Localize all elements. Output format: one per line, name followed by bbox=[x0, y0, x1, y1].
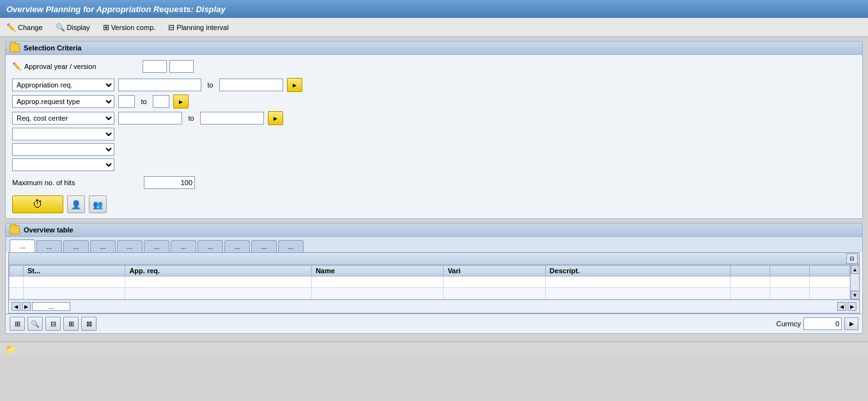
row-sel-1[interactable] bbox=[10, 276, 24, 288]
tab-6[interactable]: ... bbox=[171, 240, 196, 252]
row-vari-2 bbox=[444, 288, 545, 299]
overview-table-panel: Overview table ... ... ... ... ... ... .… bbox=[5, 223, 863, 334]
tab-9[interactable]: ... bbox=[251, 240, 277, 252]
tab-8[interactable]: ... bbox=[224, 240, 250, 252]
criteria-dropdown-1[interactable]: Appropriation req. bbox=[12, 79, 114, 91]
row-app-2 bbox=[125, 288, 312, 299]
scroll-left[interactable]: ◀ bbox=[12, 302, 20, 311]
approval-year-text: Approval year / version bbox=[24, 63, 97, 70]
row-name-2 bbox=[311, 288, 443, 299]
scroll-position-input[interactable] bbox=[32, 302, 70, 311]
toolbar: ✏️ Change 🔍 Display ⊞ Version comp. ⊟ Pl… bbox=[0, 18, 868, 37]
selection-criteria-panel: Selection Criteria ✏️ Approval year / ve… bbox=[5, 41, 863, 219]
scroll-down[interactable]: ▼ bbox=[851, 291, 860, 299]
criteria-to-1[interactable] bbox=[219, 79, 283, 91]
tab-4[interactable]: ... bbox=[117, 240, 143, 252]
main-content: Selection Criteria ✏️ Approval year / ve… bbox=[0, 37, 868, 342]
person-button[interactable]: 👤 bbox=[67, 195, 85, 213]
scroll-up[interactable]: ▲ bbox=[851, 265, 860, 274]
pencil-icon-small: ✏️ bbox=[12, 62, 22, 71]
tab-2[interactable]: ... bbox=[63, 240, 89, 252]
version-comp-icon: ⊞ bbox=[103, 23, 109, 32]
currency-nav-btn[interactable]: ▶ bbox=[844, 317, 858, 330]
tab-0[interactable]: ... bbox=[10, 239, 35, 252]
folder-icon bbox=[10, 43, 20, 52]
scroll-right-2[interactable]: ▶ bbox=[848, 302, 856, 311]
criteria-to-3[interactable] bbox=[200, 112, 264, 125]
criteria-dropdown-6[interactable] bbox=[12, 158, 114, 171]
tab-7[interactable]: ... bbox=[198, 240, 223, 252]
row-st-2 bbox=[24, 288, 125, 299]
tab-3[interactable]: ... bbox=[90, 240, 116, 252]
overview-table-title: Overview table bbox=[24, 226, 74, 234]
criteria-from-1[interactable] bbox=[118, 79, 201, 91]
criteria-row-3: Req. cost center to ► bbox=[12, 111, 856, 125]
col-checkbox bbox=[10, 266, 24, 276]
multi-person-icon: 👥 bbox=[93, 200, 103, 209]
footer-btn-3[interactable]: ⊟ bbox=[45, 317, 61, 331]
year-input[interactable] bbox=[143, 60, 167, 73]
nav-btn-3[interactable]: ► bbox=[268, 111, 283, 125]
nav-btn-2[interactable]: ► bbox=[173, 95, 189, 109]
version-comp-label: Version comp. bbox=[111, 24, 156, 31]
footer-btn-1[interactable]: ⊞ bbox=[10, 317, 25, 331]
table-row bbox=[10, 276, 850, 288]
horizontal-nav: ◀ ▶ ◀ ▶ bbox=[9, 299, 859, 313]
to-label-3: to bbox=[186, 114, 196, 122]
display-button[interactable]: 🔍 Display bbox=[53, 22, 93, 33]
footer-btn-5[interactable]: ⊠ bbox=[81, 317, 97, 331]
multi-person-button[interactable]: 👥 bbox=[89, 195, 107, 213]
tab-1[interactable]: ... bbox=[36, 240, 62, 252]
execute-button[interactable]: ⏱ bbox=[12, 195, 63, 213]
table-header-row: St... App. req. Name Vari Descript. bbox=[10, 266, 850, 276]
planning-interval-button[interactable]: ⊟ Planning interval bbox=[166, 22, 231, 33]
vertical-scrollbar: ▲ ▼ bbox=[850, 265, 859, 299]
currency-label: Currncy bbox=[776, 320, 801, 328]
execute-row: ⏱ 👤 👥 bbox=[12, 195, 856, 213]
col-7 bbox=[770, 266, 810, 276]
table-container: St... App. req. Name Vari Descript. bbox=[9, 265, 850, 299]
version-input[interactable] bbox=[169, 60, 194, 73]
criteria-dropdown-5[interactable] bbox=[12, 143, 114, 156]
table-scroll-area: St... App. req. Name Vari Descript. bbox=[9, 265, 859, 299]
overview-table-header: Overview table bbox=[6, 223, 862, 237]
change-label: Change bbox=[18, 24, 43, 31]
change-button[interactable]: ✏️ Change bbox=[4, 22, 45, 33]
criteria-dropdown-4[interactable] bbox=[12, 128, 114, 140]
to-label-2: to bbox=[139, 98, 149, 105]
planning-interval-label: Planning interval bbox=[176, 24, 228, 31]
row-desc-1 bbox=[545, 276, 730, 288]
criteria-from-3[interactable] bbox=[118, 112, 182, 125]
criteria-row-1: Appropriation req. to ► bbox=[12, 78, 856, 92]
criteria-row-5 bbox=[12, 143, 856, 156]
selection-criteria-header: Selection Criteria bbox=[6, 42, 862, 55]
criteria-row-4 bbox=[12, 128, 856, 140]
col-name: Name bbox=[311, 266, 443, 276]
scroll-left-2[interactable]: ◀ bbox=[837, 302, 846, 311]
selection-criteria-body: ✏️ Approval year / version Appropriation… bbox=[6, 55, 862, 218]
criteria-to-2b[interactable] bbox=[153, 95, 169, 108]
table-layout-icon[interactable]: ⊟ bbox=[846, 253, 858, 264]
scroll-right[interactable]: ▶ bbox=[22, 302, 31, 311]
row-st-1 bbox=[24, 276, 125, 288]
max-hits-input[interactable] bbox=[144, 176, 195, 189]
to-label-1: to bbox=[205, 81, 215, 89]
col-vari: Vari bbox=[444, 266, 545, 276]
criteria-from-2a[interactable] bbox=[118, 95, 135, 108]
col-descript: Descript. bbox=[545, 266, 730, 276]
tab-10[interactable]: ... bbox=[278, 240, 304, 252]
status-folder-icon: 📁 bbox=[5, 344, 16, 354]
version-comp-button[interactable]: ⊞ Version comp. bbox=[100, 22, 159, 33]
footer-btn-4[interactable]: ⊞ bbox=[63, 317, 79, 331]
app-title: Overview Planning for Appropriation Requ… bbox=[6, 4, 226, 14]
row-sel-2[interactable] bbox=[10, 288, 24, 299]
tab-5[interactable]: ... bbox=[144, 240, 169, 252]
row-c8-1 bbox=[810, 276, 850, 288]
nav-btn-1[interactable]: ► bbox=[287, 78, 302, 92]
status-bar: 📁 bbox=[0, 342, 868, 356]
criteria-dropdown-2[interactable]: Approp.request type bbox=[12, 95, 114, 108]
footer-btn-2[interactable]: 🔍 bbox=[27, 317, 43, 331]
currency-input[interactable] bbox=[803, 317, 842, 330]
selection-criteria-title: Selection Criteria bbox=[24, 44, 81, 52]
criteria-dropdown-3[interactable]: Req. cost center bbox=[12, 112, 114, 125]
